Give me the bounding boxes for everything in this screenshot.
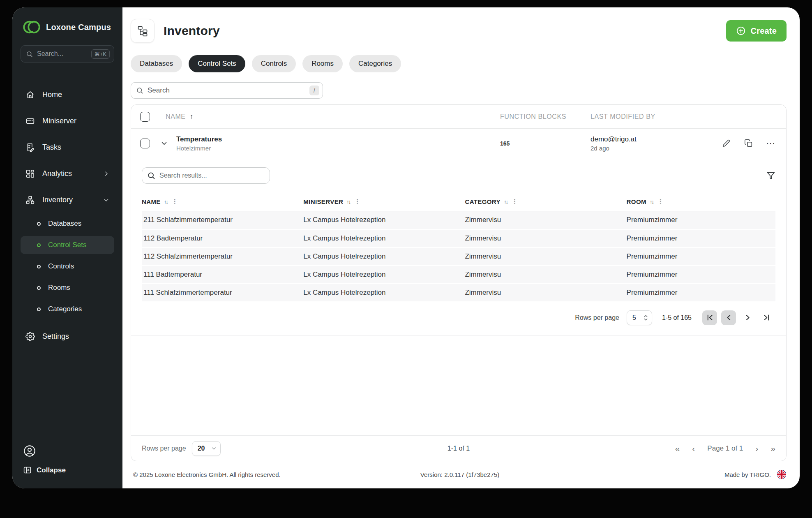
- page-header: Inventory Create: [131, 19, 787, 43]
- version-text: Version: 2.0.117 (1f73be275): [388, 471, 532, 478]
- sidebar-item-miniserver[interactable]: Miniserver: [21, 112, 114, 130]
- next-page-button[interactable]: [740, 310, 755, 325]
- sidebar-item-label: Inventory: [42, 196, 73, 204]
- loxone-logo-icon: [23, 20, 40, 35]
- sidebar-item-control-sets[interactable]: Control Sets: [21, 236, 114, 254]
- cell-miniserver: Lx Campus Hotelrezeption: [303, 247, 465, 266]
- app-window: Loxone Campus ⌘+K Home Miniserver: [12, 7, 800, 488]
- page-size-select[interactable]: 20: [192, 441, 221, 456]
- select-all-checkbox[interactable]: [140, 112, 150, 122]
- subtable-row[interactable]: 211 Schlafzimmertemperatur Lx Campus Hot…: [142, 211, 775, 229]
- sidebar-item-tasks[interactable]: Tasks: [21, 138, 114, 156]
- create-button[interactable]: Create: [726, 20, 787, 42]
- sidebar-item-home[interactable]: Home: [21, 86, 114, 104]
- more-actions-icon[interactable]: ⋯: [766, 141, 775, 146]
- sort-icon[interactable]: ↑↓: [164, 199, 168, 205]
- collapse-label: Collapse: [37, 466, 66, 474]
- updown-chevrons-icon: [644, 314, 648, 321]
- next-page-icon[interactable]: ›: [755, 444, 758, 453]
- sidebar-item-settings[interactable]: Settings: [21, 327, 114, 345]
- chevron-right-icon: [103, 171, 109, 177]
- table-search[interactable]: /: [131, 82, 323, 99]
- inventory-page-icon: [131, 19, 155, 43]
- previous-page-icon[interactable]: ‹: [692, 444, 695, 453]
- column-menu-icon[interactable]: ⋮: [512, 198, 518, 205]
- last-page-button[interactable]: [759, 310, 774, 325]
- column-header-function-blocks[interactable]: FUNCTION BLOCKS: [500, 113, 591, 120]
- row-function-blocks: 165: [500, 140, 591, 147]
- tab-categories[interactable]: Categories: [349, 55, 401, 72]
- cell-name: 112 Schlafzimmertemperatur: [142, 247, 303, 266]
- column-header-name[interactable]: NAME: [166, 113, 186, 120]
- sidebar-item-label: Home: [42, 90, 62, 99]
- cell-category: Zimmervisu: [465, 284, 626, 302]
- table-row[interactable]: Temperatures Hotelzimmer 165 demo@trigo.…: [131, 129, 786, 158]
- uk-flag-icon[interactable]: [777, 469, 787, 479]
- page-size-value: 5: [632, 314, 636, 321]
- subcolumn-category[interactable]: CATEGORY: [465, 198, 501, 205]
- subcolumn-name[interactable]: NAME: [142, 198, 161, 205]
- subtable-row[interactable]: 112 Schlafzimmertemperatur Lx Campus Hot…: [142, 247, 775, 266]
- page-size-select[interactable]: 5: [627, 310, 652, 325]
- sidebar-item-controls[interactable]: Controls: [21, 257, 114, 275]
- sort-icon[interactable]: ↑↓: [650, 199, 653, 205]
- sidebar-search-input[interactable]: [37, 50, 87, 58]
- sidebar-item-inventory[interactable]: Inventory: [21, 191, 114, 209]
- sidebar-search[interactable]: ⌘+K: [21, 45, 114, 62]
- copy-icon[interactable]: [744, 139, 753, 148]
- table-search-input[interactable]: [148, 86, 305, 95]
- previous-page-button[interactable]: [721, 310, 736, 325]
- controls-subtable: NAME↑↓⋮ MINISERVER↑↓⋮ CATEGORY↑↓⋮ ROOM↑↓…: [142, 192, 775, 302]
- sidebar-item-label: Tasks: [42, 143, 61, 152]
- create-button-label: Create: [751, 26, 777, 36]
- slash-shortcut-badge: /: [309, 86, 319, 95]
- edit-icon[interactable]: [722, 139, 731, 148]
- column-header-last-modified-by[interactable]: LAST MODIFIED BY: [591, 113, 722, 120]
- subtable-row[interactable]: 111 Badtemperatur Lx Campus Hotelrezepti…: [142, 266, 775, 284]
- subtable-row[interactable]: 112 Badtemperatur Lx Campus Hotelrezepti…: [142, 229, 775, 247]
- sidebar-nav: Home Miniserver Tasks Analytics: [21, 81, 114, 349]
- page-indicator: Page 1 of 1: [707, 444, 743, 453]
- collapse-row-icon[interactable]: [159, 140, 169, 147]
- filter-icon[interactable]: [766, 171, 775, 180]
- results-search-input[interactable]: [159, 172, 265, 179]
- home-icon: [25, 90, 35, 99]
- miniserver-icon: [25, 116, 35, 126]
- sidebar-item-analytics[interactable]: Analytics: [21, 164, 114, 183]
- first-page-icon[interactable]: «: [675, 444, 680, 453]
- pagination-range: 1-5 of 165: [662, 314, 692, 321]
- sidebar-subitem-label: Categories: [48, 305, 82, 313]
- rows-per-page-label: Rows per page: [575, 314, 619, 321]
- tab-rooms[interactable]: Rooms: [302, 55, 343, 72]
- copyright-text: © 2025 Loxone Electronics GmbH. All righ…: [133, 471, 388, 478]
- gear-icon: [25, 332, 35, 341]
- subcolumn-room[interactable]: ROOM: [627, 198, 646, 205]
- cell-room: Premiumzimmer: [627, 266, 775, 284]
- chevron-down-icon: [103, 197, 109, 203]
- column-menu-icon[interactable]: ⋮: [354, 198, 360, 205]
- column-menu-icon[interactable]: ⋮: [657, 198, 664, 205]
- row-checkbox[interactable]: [140, 139, 150, 148]
- sidebar-item-rooms[interactable]: Rooms: [21, 279, 114, 297]
- first-page-button[interactable]: [702, 310, 717, 325]
- sidebar-subitem-label: Rooms: [48, 284, 70, 292]
- cell-room: Premiumzimmer: [627, 284, 775, 302]
- subtable-row[interactable]: 111 Schlafzimmertemperatur Lx Campus Hot…: [142, 284, 775, 302]
- sort-icon[interactable]: ↑↓: [504, 199, 508, 205]
- column-menu-icon[interactable]: ⋮: [172, 198, 178, 205]
- tab-databases[interactable]: Databases: [131, 55, 182, 72]
- empty-area: [131, 335, 786, 436]
- tab-controls[interactable]: Controls: [252, 55, 296, 72]
- row-name: Temperatures: [176, 135, 500, 143]
- collapse-button[interactable]: Collapse: [23, 462, 114, 479]
- subcolumn-miniserver[interactable]: MINISERVER: [303, 198, 343, 205]
- sidebar-item-categories[interactable]: Categories: [21, 300, 114, 318]
- results-search[interactable]: [142, 167, 270, 184]
- sort-icon[interactable]: ↑↓: [346, 199, 350, 205]
- bullet-circle-icon: [37, 265, 41, 268]
- user-avatar-icon[interactable]: [23, 444, 37, 458]
- inventory-icon: [25, 195, 35, 205]
- sidebar-item-databases[interactable]: Databases: [21, 215, 114, 233]
- tab-control-sets[interactable]: Control Sets: [189, 55, 245, 72]
- last-page-icon[interactable]: »: [770, 444, 775, 453]
